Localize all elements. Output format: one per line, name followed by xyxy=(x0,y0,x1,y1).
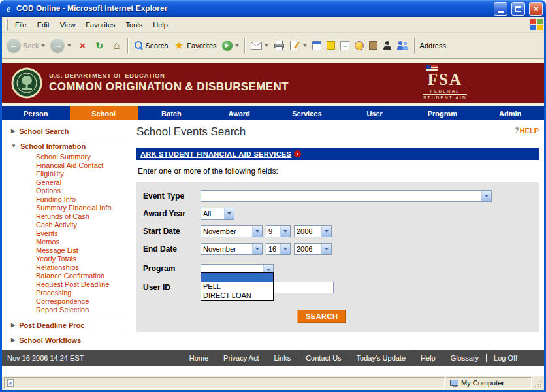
refresh-button[interactable]: ↻ xyxy=(91,39,107,53)
research-button[interactable] xyxy=(367,40,379,51)
go-arrow-icon: → xyxy=(340,41,349,50)
search-form: Event Type Award Year All xyxy=(136,182,539,332)
messenger-icon xyxy=(355,41,364,50)
back-button[interactable]: ← Back xyxy=(5,37,47,54)
school-link[interactable]: ARK STUDENT FINANCIAL AID SERVICES xyxy=(140,150,291,158)
close-button[interactable]: × xyxy=(529,2,543,16)
sidebar-item-funding-info[interactable]: Funding Info xyxy=(36,195,130,204)
sidebar-section-school-information[interactable]: ▼ School Information xyxy=(7,140,130,152)
sidebar-item-memos[interactable]: Memos xyxy=(36,238,130,246)
profile-button[interactable] xyxy=(381,39,394,52)
footer-link-todays-update[interactable]: Today's Update xyxy=(349,354,413,362)
media-dropdown-icon xyxy=(235,44,239,47)
search-button[interactable]: SEARCH xyxy=(297,310,346,323)
sidebar-section-post-deadline-proc[interactable]: ▶ Post Deadline Proc xyxy=(7,319,130,331)
mail-button[interactable] xyxy=(249,41,270,51)
favorites-button[interactable]: ★ Favorites xyxy=(171,39,218,53)
toolbar-separator xyxy=(414,38,415,54)
minimize-button[interactable] xyxy=(494,2,507,16)
start-day-select[interactable]: 9 xyxy=(266,225,291,237)
research-icon xyxy=(369,41,377,50)
sidebar-item-message-list[interactable]: Message List xyxy=(36,246,130,255)
help-link[interactable]: ? HELP xyxy=(515,127,539,135)
footer-link-home[interactable]: Home xyxy=(182,354,216,362)
end-year-select[interactable]: 2006 xyxy=(294,243,332,255)
award-year-select[interactable]: All xyxy=(201,208,234,220)
nav-tab-user[interactable]: User xyxy=(341,106,409,120)
sidebar-item-summary-financial-info[interactable]: Summary Financial Info xyxy=(36,204,130,212)
nav-tab-admin[interactable]: Admin xyxy=(476,106,544,120)
favorites-label: Favorites xyxy=(187,42,216,50)
note-button[interactable] xyxy=(325,40,337,51)
sidebar-item-correspondence[interactable]: Correspondence xyxy=(36,297,130,306)
media-button[interactable]: ▶ xyxy=(220,39,241,52)
sidebar-item-processing[interactable]: Processing xyxy=(36,289,130,297)
nav-tab-services[interactable]: Services xyxy=(273,106,341,120)
edit-button[interactable] xyxy=(288,39,309,52)
end-month-select[interactable]: November xyxy=(201,243,263,255)
nav-tab-program[interactable]: Program xyxy=(409,106,477,120)
sidebar-item-report-selection[interactable]: Report Selection xyxy=(36,306,130,314)
start-month-select[interactable]: November xyxy=(201,225,263,237)
print-button[interactable] xyxy=(272,39,287,52)
menu-favorites[interactable]: Favorites xyxy=(80,18,120,31)
footer-link-glossary[interactable]: Glossary xyxy=(443,354,487,362)
menu-edit[interactable]: Edit xyxy=(32,18,55,31)
sidebar-item-general[interactable]: General xyxy=(36,178,130,187)
sidebar-divider xyxy=(11,333,123,333)
windows-logo-icon xyxy=(528,18,544,32)
footer-link-help[interactable]: Help xyxy=(413,354,443,362)
banner: U.S. DEPARTMENT OF EDUCATION COMMON ORIG… xyxy=(2,59,544,106)
start-year-select[interactable]: 2006 xyxy=(294,225,332,237)
info-icon[interactable]: i xyxy=(294,150,301,157)
footer-link-links[interactable]: Links xyxy=(266,354,298,362)
sidebar-item-relationships[interactable]: Relationships xyxy=(36,263,130,272)
footer-link-privacy-act[interactable]: Privacy Act xyxy=(216,354,266,362)
contacts-button[interactable] xyxy=(395,39,411,52)
sidebar-item-yearly-totals[interactable]: Yearly Totals xyxy=(36,255,130,263)
forward-button[interactable]: → xyxy=(48,37,73,54)
back-label: Back xyxy=(23,42,39,50)
event-type-select[interactable] xyxy=(201,190,492,202)
nav-tab-school[interactable]: School xyxy=(70,106,138,120)
back-icon: ← xyxy=(7,39,21,53)
menu-tools[interactable]: Tools xyxy=(121,18,148,31)
search-button-toolbar[interactable]: Search xyxy=(132,40,170,52)
sidebar-item-refunds-of-cash[interactable]: Refunds of Cash xyxy=(36,212,130,221)
discuss-button[interactable] xyxy=(310,40,323,52)
collapsed-arrow-icon: ▶ xyxy=(11,323,15,328)
sidebar-section-school-search[interactable]: ▶ School Search xyxy=(7,125,130,137)
sidebar-item-cash-activity[interactable]: Cash Activity xyxy=(36,221,130,229)
sidebar-section-school-workflows[interactable]: ▶ School Workflows xyxy=(7,335,130,346)
collapsed-arrow-icon: ▶ xyxy=(11,129,15,134)
program-option-pell[interactable]: PELL xyxy=(201,282,273,291)
menu-file[interactable]: File xyxy=(10,18,32,31)
end-day-select[interactable]: 16 xyxy=(266,243,291,255)
sidebar-item-school-summary[interactable]: School Summary xyxy=(36,153,130,161)
home-button[interactable]: ⌂ xyxy=(108,39,124,53)
nav-tab-award[interactable]: Award xyxy=(205,106,273,120)
stop-button[interactable]: × xyxy=(74,39,90,53)
maximize-icon xyxy=(515,6,521,12)
program-option-blank[interactable] xyxy=(201,273,273,282)
resize-grip[interactable] xyxy=(534,378,543,389)
start-month-value: November xyxy=(201,227,252,235)
flag-icon xyxy=(426,65,438,71)
menu-help[interactable]: Help xyxy=(148,18,173,31)
sidebar-item-options[interactable]: Options xyxy=(36,187,130,195)
go-button[interactable]: → xyxy=(338,40,351,52)
messenger-button[interactable] xyxy=(353,40,366,52)
nav-tab-person[interactable]: Person xyxy=(2,106,70,120)
sidebar-item-events[interactable]: Events xyxy=(36,229,130,238)
sidebar-item-balance-confirmation[interactable]: Balance Confirmation xyxy=(36,272,130,280)
maximize-button[interactable] xyxy=(511,2,525,16)
program-option-direct-loan[interactable]: DIRECT LOAN xyxy=(201,291,273,300)
fsa-student-aid: STUDENT AID xyxy=(423,95,467,101)
menu-view[interactable]: View xyxy=(55,18,81,31)
nav-tab-batch[interactable]: Batch xyxy=(138,106,206,120)
sidebar-item-financial-aid-contact[interactable]: Financial Aid Contact xyxy=(36,161,130,170)
sidebar-item-eligibility[interactable]: Eligibility xyxy=(36,170,130,178)
footer-link-log-off[interactable]: Log Off xyxy=(487,354,524,362)
sidebar-item-request-post-deadline[interactable]: Request Post Deadline xyxy=(36,280,130,289)
footer-link-contact-us[interactable]: Contact Us xyxy=(298,354,349,362)
